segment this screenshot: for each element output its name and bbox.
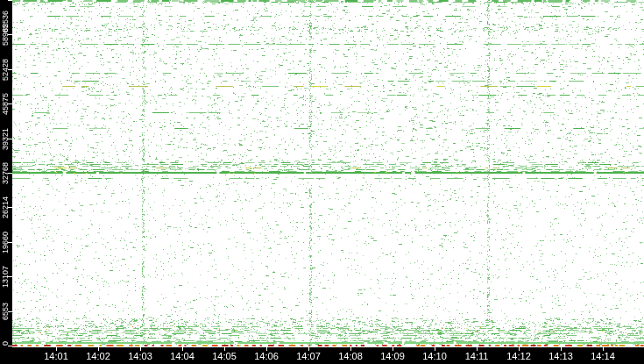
x-tick-label-14-04: 14:04	[163, 351, 202, 362]
x-tick-label-14-01: 14:01	[37, 351, 75, 362]
x-tick-label-14-06: 14:06	[247, 351, 286, 362]
x-tick-label-14-02: 14:02	[79, 351, 117, 362]
x-tick-label-14-11: 14:11	[457, 351, 496, 362]
x-tick-label-14-10: 14:10	[415, 351, 454, 362]
x-tick-label-14-07: 14:07	[289, 351, 328, 362]
x-tick-label-14-03: 14:03	[121, 351, 159, 362]
x-tick-label-14-09: 14:09	[373, 351, 412, 362]
x-tick-label-14-13: 14:13	[541, 351, 580, 362]
x-tick-label-14-08: 14:08	[331, 351, 370, 362]
y-tick-label-65536: 65536	[0, 0, 11, 42]
port-time-scatter-chart: 0655313107196602621432768393214587552428…	[0, 0, 644, 364]
scatter-plot-canvas	[0, 0, 644, 364]
x-tick-label-14-05: 14:05	[205, 351, 244, 362]
x-tick-label-14-12: 14:12	[499, 351, 538, 362]
x-tick-label-14-14: 14:14	[584, 351, 622, 362]
